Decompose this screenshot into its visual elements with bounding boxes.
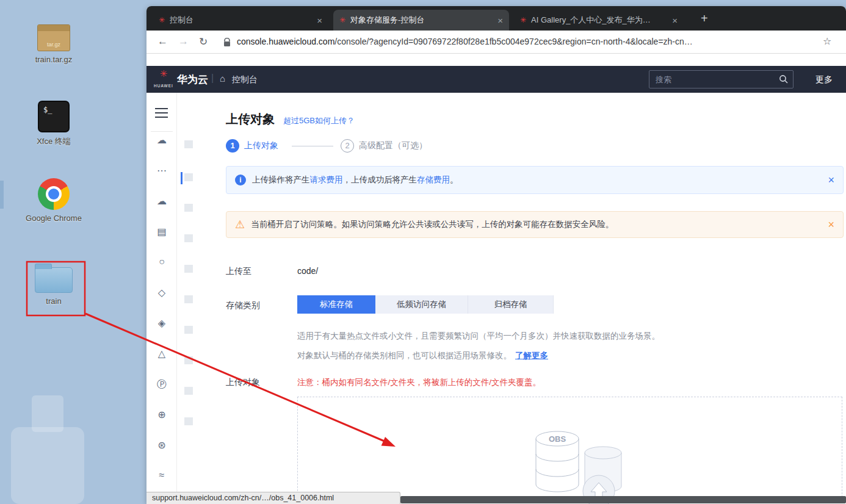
obs-illustration: OBS: [527, 425, 631, 504]
tab-obs-console[interactable]: ✳ 对象存储服务-控制台 ×: [333, 10, 509, 31]
home-icon: ⌂: [220, 73, 225, 84]
tab-ai-gallery[interactable]: ✳ AI Gallery_个人中心_发布_华为… ×: [514, 10, 684, 31]
huawei-favicon-icon: ✳: [339, 16, 345, 24]
warning-banner-text: 当前桶开启了访问策略。如果访问策略允许公共读或公共读写，上传的对象可能存在数据安…: [251, 219, 613, 230]
desktop-icon-train-tar-gz[interactable]: tar.gz train.tar.gz: [20, 24, 88, 64]
status-link-bubble: support.huaweicloud.com/zh-cn/…/obs_41_0…: [146, 492, 400, 504]
search-icon[interactable]: [779, 74, 789, 84]
url-host: console.huaweicloud.com: [237, 37, 334, 46]
globe-icon[interactable]: ⊛: [146, 439, 177, 451]
vector-icon[interactable]: △: [146, 348, 177, 359]
browser-window: ✳ 控制台 × ✳ 对象存储服务-控制台 × ✳ AI Gallery_个人中心…: [146, 6, 846, 504]
storage-class-selector: 标准存储 低频访问存储 归档存储: [297, 295, 554, 314]
wave-icon[interactable]: ≈: [146, 470, 177, 481]
storage-class-label: 存储类别: [226, 300, 260, 311]
screen: tar.gz train.tar.gz $_ Xfce 终端 Google Ch…: [0, 0, 846, 504]
parking-icon[interactable]: Ⓟ: [146, 378, 177, 391]
nav-fragment: [184, 417, 193, 425]
terminal-icon: $_: [38, 101, 70, 132]
learn-more-link[interactable]: 了解更多: [515, 351, 548, 360]
url-path: /console/?agencyId=090769722f80f28e1fb5c…: [334, 37, 693, 46]
brand-huaweicloud[interactable]: 华为云: [177, 73, 208, 87]
info-banner: i 上传操作将产生请求费用，上传成功后将产生存储费用。 ×: [226, 166, 844, 194]
desktop-icon-label: train.tar.gz: [20, 55, 88, 64]
horizontal-scrollbar[interactable]: [400, 496, 846, 503]
storage-option-infrequent[interactable]: 低频访问存储: [375, 295, 468, 314]
warning-banner-close-icon[interactable]: ×: [828, 218, 834, 231]
cloud-outline-icon[interactable]: ○: [146, 256, 177, 267]
step-2-circle: 2: [341, 139, 354, 153]
info-banner-text: 上传操作将产生请求费用，上传成功后将产生存储费用。: [252, 175, 458, 185]
cluster-icon[interactable]: ⊕: [146, 409, 177, 420]
request-fee-link[interactable]: 请求费用: [310, 175, 343, 184]
more-dots-icon[interactable]: ⋯: [146, 165, 177, 176]
tag-icon[interactable]: ◈: [146, 317, 177, 329]
nav-fragment: [184, 326, 193, 334]
rail-divider: [151, 131, 173, 132]
console-home-link[interactable]: 控制台: [232, 74, 258, 85]
upload-to-label: 上传至: [226, 266, 251, 277]
desktop-icon-label: train: [20, 297, 88, 306]
nav-fragment: [184, 173, 193, 181]
desktop-icon-label: Xfce 终端: [20, 136, 88, 147]
storage-desc-1: 适用于有大量热点文件或小文件，且需要频繁访问（平均一个月多次）并快速获取数据的业…: [297, 331, 660, 342]
overwrite-warning-note: 注意：桶内如有同名文件/文件夹，将被新上传的文件/文件夹覆盖。: [297, 377, 541, 388]
flask-watermark-body: [11, 427, 84, 504]
step-2-label: 高级配置（可选）: [359, 140, 427, 151]
wallpaper-notch: [0, 181, 4, 209]
cloud-server-icon[interactable]: ☁: [146, 195, 177, 207]
nav-selected-indicator: [181, 172, 183, 184]
info-banner-close-icon[interactable]: ×: [828, 174, 834, 187]
cloud-upload-icon[interactable]: ◇: [146, 287, 177, 298]
tab-console[interactable]: ✳ 控制台 ×: [153, 10, 328, 31]
desktop-icon-label: Google Chrome: [20, 214, 88, 223]
huawei-favicon-icon: ✳: [520, 16, 526, 24]
tab-close-icon[interactable]: ×: [672, 15, 678, 26]
desktop-icon-train-folder[interactable]: train: [20, 264, 88, 306]
storage-service-icon[interactable]: ☁: [146, 134, 177, 146]
tab-title: 控制台: [170, 15, 312, 26]
nav-fragment: [184, 356, 193, 364]
more-menu[interactable]: 更多: [815, 74, 833, 85]
huawei-favicon-icon: ✳: [159, 16, 165, 24]
document-icon[interactable]: ▤: [146, 226, 177, 237]
nav-fragment: [184, 295, 193, 303]
archive-icon: tar.gz: [37, 24, 70, 51]
step-1-label: 上传对象: [244, 140, 278, 151]
storage-option-standard[interactable]: 标准存储: [297, 295, 375, 314]
upload-help-link[interactable]: 超过5GB如何上传？: [283, 115, 355, 126]
flask-watermark-neck: [32, 395, 63, 432]
obs-label: OBS: [549, 434, 566, 444]
console-header: ✳ HUAWEI 华为云 | ⌂ 控制台 更多: [146, 66, 846, 93]
nav-fragment: [184, 234, 193, 242]
back-icon[interactable]: ←: [157, 35, 168, 48]
nav-fragment: [184, 140, 193, 148]
address-bar: ← → ↻ console.huaweicloud.com/console/?a…: [146, 31, 846, 54]
info-icon: i: [235, 175, 246, 185]
tab-title: AI Gallery_个人中心_发布_华为…: [531, 15, 667, 26]
huawei-logo[interactable]: ✳ HUAWEI: [153, 69, 175, 90]
storage-option-archive[interactable]: 归档存储: [468, 295, 554, 314]
forward-icon[interactable]: →: [178, 35, 189, 48]
menu-icon[interactable]: [155, 105, 168, 121]
upload-dropzone[interactable]: OBS: [297, 397, 842, 500]
page-title: 上传对象: [226, 111, 275, 128]
tab-title: 对象存储服务-控制台: [350, 15, 493, 26]
folder-icon: [35, 267, 73, 293]
huawei-flower-icon: ✳: [153, 69, 175, 79]
tab-close-icon[interactable]: ×: [317, 15, 322, 26]
storage-fee-link[interactable]: 存储费用: [417, 175, 450, 184]
bookmark-star-icon[interactable]: ☆: [823, 35, 831, 47]
warning-icon: ⚠: [235, 218, 245, 231]
reload-icon[interactable]: ↻: [199, 35, 208, 48]
desktop-icon-xfce-terminal[interactable]: $_ Xfce 终端: [20, 101, 88, 147]
search-input[interactable]: [649, 70, 794, 88]
header-search: [649, 70, 794, 88]
tab-close-icon[interactable]: ×: [497, 15, 503, 26]
desktop-icon-google-chrome[interactable]: Google Chrome: [20, 178, 88, 223]
url-field[interactable]: console.huaweicloud.com/console/?agencyI…: [237, 37, 693, 46]
tab-bar: ✳ 控制台 × ✳ 对象存储服务-控制台 × ✳ AI Gallery_个人中心…: [146, 6, 846, 31]
chrome-icon: [38, 178, 70, 210]
new-tab-button[interactable]: +: [701, 12, 708, 24]
upload-to-value: code/: [297, 266, 318, 276]
